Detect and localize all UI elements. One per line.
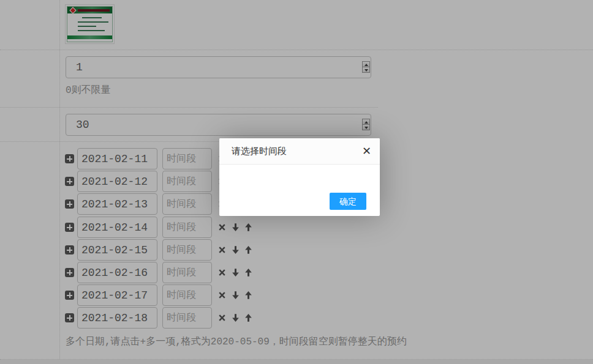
page: 0则不限量: [0, 0, 593, 364]
confirm-button[interactable]: 确定: [330, 193, 366, 210]
time-range-dialog: 请选择时间段 ✕ 确定: [219, 138, 380, 216]
dialog-header: 请选择时间段 ✕: [219, 138, 380, 165]
dialog-title: 请选择时间段: [232, 138, 287, 164]
close-icon[interactable]: ✕: [362, 138, 371, 164]
